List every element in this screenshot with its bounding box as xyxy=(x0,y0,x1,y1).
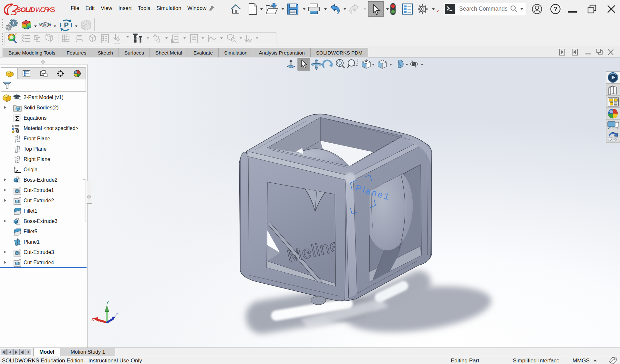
svg-text:Y: Y xyxy=(106,300,109,305)
svg-text:WORKS: WORKS xyxy=(35,6,55,13)
svg-text:P: P xyxy=(64,21,69,29)
svg-text:x: x xyxy=(91,317,94,322)
svg-text:SOLID: SOLID xyxy=(16,6,35,13)
svg-text:?: ? xyxy=(553,5,557,13)
svg-text:Z: Z xyxy=(115,312,119,317)
svg-text:S: S xyxy=(82,24,86,30)
